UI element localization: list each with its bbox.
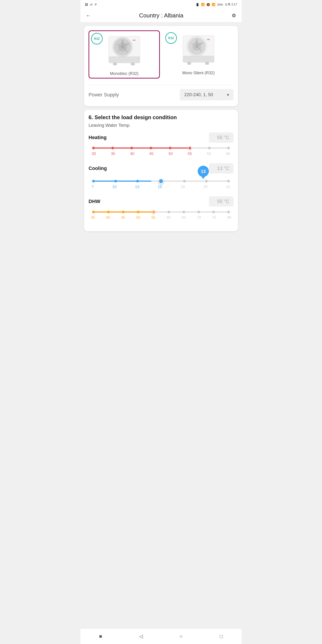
- cooling-dot-18: [183, 180, 186, 182]
- cooling-dots-row: [92, 179, 230, 183]
- wifi-icon: 📶: [201, 3, 204, 6]
- status-bar: 🖼 ⇄ P 📳 📶 🔕 📶 33% 오후 2:17: [80, 0, 242, 9]
- cooling-value-box: 13 °C: [209, 163, 234, 174]
- dhw-tick-65: 65: [182, 216, 186, 220]
- status-right-icons: 📳 📶 🔕 📶 33% 오후 2:17: [196, 2, 237, 6]
- dhw-slider-header: DHW 55 °C: [88, 196, 234, 206]
- heating-tick-65: 65: [226, 152, 230, 156]
- svg-text:LG: LG: [207, 38, 210, 40]
- cooling-dot-20: [205, 180, 208, 182]
- dhw-dots-row: [92, 210, 230, 214]
- cooling-dot-22: [227, 180, 230, 182]
- cooling-tooltip-container: 13: [198, 166, 209, 178]
- cooling-value: 13: [217, 166, 222, 171]
- dhw-dot-50: [137, 211, 140, 213]
- dhw-dot-70: [198, 211, 200, 213]
- photo-icon: 🖼: [85, 3, 88, 6]
- heating-dot-30: [92, 147, 95, 149]
- product-item-monobloc[interactable]: R32 LG: [88, 30, 160, 78]
- product-label-mono-silent: Mono Silent (R32): [182, 71, 215, 75]
- svg-rect-10: [183, 56, 214, 62]
- cooling-tick-22: 22: [226, 185, 230, 189]
- usb-icon: ⇄: [90, 3, 92, 6]
- settings-button[interactable]: ⚙: [232, 13, 236, 18]
- dhw-dot-60: [168, 211, 170, 213]
- product-image-wrap-monobloc: R32 LG: [91, 33, 158, 69]
- heating-tick-50: 50: [168, 152, 173, 156]
- vibrate-icon: 📳: [196, 3, 199, 6]
- power-supply-label: Power Supply: [88, 92, 119, 98]
- r32-badge-monobloc: R32: [91, 33, 103, 44]
- dhw-track-container: [92, 210, 230, 214]
- heating-thumb[interactable]: [188, 146, 192, 150]
- product-label-monobloc: Monobloc (R32): [110, 71, 138, 76]
- heating-dots-row: [92, 146, 230, 150]
- heating-dot-60: [208, 147, 211, 149]
- product-image-mono-silent: LG: [181, 33, 216, 67]
- heating-tick-55: 55: [188, 152, 192, 156]
- product-image-wrap-mono-silent: R32 LG: [165, 32, 232, 68]
- top-nav: ← Country : Albania ⚙: [80, 9, 242, 22]
- cooling-tick-15: 15: [158, 185, 162, 189]
- product-item-mono-silent[interactable]: R32 LG Mono Sile: [164, 30, 234, 78]
- cooling-track-container: [92, 179, 230, 183]
- dhw-dot-75: [212, 211, 215, 213]
- cooling-tick-13: 13: [135, 185, 139, 189]
- cooling-label: Cooling: [88, 166, 107, 171]
- product-row: R32 LG: [88, 30, 234, 82]
- chevron-down-icon: ▾: [227, 92, 229, 97]
- power-supply-dropdown[interactable]: 220-240, 1, 50 ▾: [180, 89, 234, 100]
- power-supply-row: Power Supply 220-240, 1, 50 ▾: [88, 88, 234, 102]
- cooling-thumb[interactable]: [158, 178, 164, 184]
- back-button[interactable]: ←: [86, 13, 91, 18]
- cooling-slider-group: Cooling 13 13 °C: [88, 163, 234, 189]
- cooling-dot-13: [136, 180, 139, 182]
- cooling-dot-10: [114, 180, 117, 182]
- dhw-tick-75: 75: [212, 216, 216, 220]
- dhw-tick-40: 40: [106, 216, 110, 220]
- heating-dot-40: [130, 147, 133, 149]
- dhw-tick-80: 80: [227, 216, 231, 220]
- dhw-slider-group: DHW 55 °C 35 40: [88, 196, 234, 220]
- load-design-card: 6. Select the load design condition Leav…: [84, 110, 238, 231]
- heating-label: Heating: [88, 134, 107, 140]
- dhw-dot-80: [227, 211, 230, 213]
- heating-value: 55: [217, 134, 222, 140]
- heating-slider-group: Heating 55 °C 30 35: [88, 132, 234, 156]
- heating-dot-35: [111, 147, 114, 149]
- dhw-tick-35: 35: [91, 216, 95, 220]
- cooling-slider-header: Cooling 13 13 °C: [88, 163, 234, 174]
- mute-icon: 🔕: [206, 3, 210, 6]
- power-supply-value: 220-240, 1, 50: [184, 92, 213, 97]
- status-left-icons: 🖼 ⇄ P: [85, 3, 97, 6]
- cooling-tooltip-bubble: 13: [198, 166, 209, 177]
- svg-rect-17: [205, 62, 209, 64]
- product-image-monobloc: LG: [106, 34, 142, 68]
- bottom-spacer: [80, 235, 242, 253]
- cooling-tick-10: 10: [112, 185, 116, 189]
- heating-tick-30: 30: [92, 152, 96, 156]
- heating-unit: °C: [224, 134, 230, 140]
- dhw-value: 55: [217, 198, 222, 204]
- cooling-unit: °C: [224, 166, 230, 171]
- dhw-dot-35: [92, 211, 95, 213]
- dhw-dot-65: [182, 211, 185, 213]
- divider-power: [88, 85, 234, 85]
- dhw-dot-45: [122, 211, 124, 213]
- heating-value-box: 55 °C: [209, 132, 234, 143]
- time-display: 오후 2:17: [225, 2, 237, 6]
- heating-tick-45: 45: [149, 152, 154, 156]
- section-subtitle: Leaving Water Temp.: [88, 123, 234, 128]
- section-title: 6. Select the load design condition: [88, 114, 234, 120]
- dhw-value-box: 55 °C: [209, 196, 234, 206]
- r32-badge-mono-silent: R32: [165, 32, 177, 44]
- dhw-tick-45: 45: [121, 216, 125, 220]
- dhw-label: DHW: [88, 198, 100, 204]
- dhw-thumb[interactable]: [152, 210, 156, 214]
- heating-tick-60: 60: [207, 152, 211, 156]
- dhw-tick-60: 60: [166, 216, 170, 220]
- svg-rect-7: [113, 62, 117, 65]
- cooling-tick-20: 20: [203, 185, 208, 189]
- cooling-labels-row: 7 10 13 15 18 20 22: [92, 185, 230, 189]
- heating-track-container: [92, 146, 230, 150]
